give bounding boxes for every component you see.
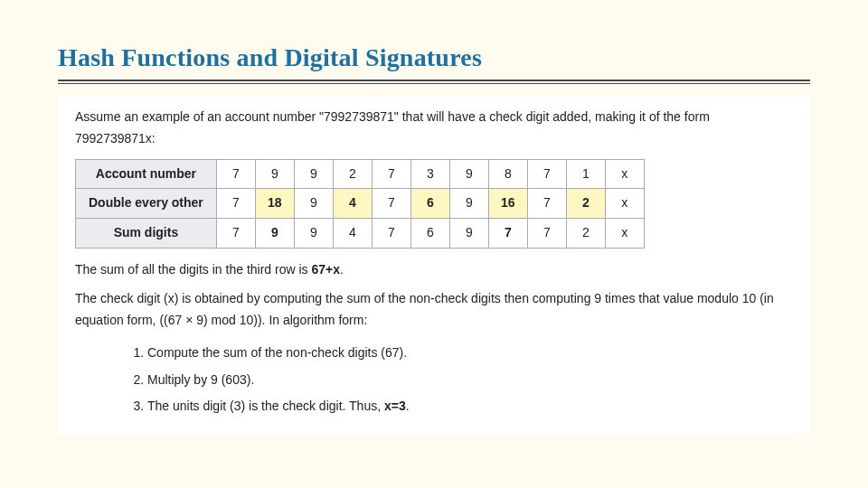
slide-title: Hash Functions and Digital Signatures xyxy=(58,43,810,78)
sum-value: 67+x xyxy=(311,262,340,277)
step-3-a: The units digit (3) is the check digit. … xyxy=(147,399,384,413)
intro-text: Assume an example of an account number "… xyxy=(75,107,793,150)
step-3-result: x=3 xyxy=(384,399,406,413)
table-row-sum: Sum digits 7 9 9 4 7 6 9 7 7 2 x xyxy=(76,219,645,249)
row-label: Sum digits xyxy=(76,219,217,249)
table-row-doubled: Double every other 7 18 9 4 7 6 9 16 7 2… xyxy=(76,189,645,219)
row-label: Double every other xyxy=(76,189,217,219)
sum-paragraph: The sum of all the digits in the third r… xyxy=(75,259,793,281)
step-3: The units digit (3) is the check digit. … xyxy=(147,393,793,419)
content-panel: Assume an example of an account number "… xyxy=(58,97,810,435)
algorithm-steps: Compute the sum of the non-check digits … xyxy=(75,340,793,419)
row-label: Account number xyxy=(76,159,217,189)
sum-text-a: The sum of all the digits in the third r… xyxy=(75,262,311,277)
check-digit-paragraph: The check digit (x) is obtained by compu… xyxy=(75,288,793,332)
title-divider-inner xyxy=(58,83,810,84)
step-3-c: . xyxy=(406,399,410,413)
title-divider-outer xyxy=(58,80,810,84)
step-2: Multiply by 9 (603). xyxy=(147,367,793,393)
step-1: Compute the sum of the non-check digits … xyxy=(147,340,793,366)
table-row-account: Account number 7 9 9 2 7 3 9 8 7 1 x xyxy=(76,159,645,189)
luhn-table: Account number 7 9 9 2 7 3 9 8 7 1 x Dou… xyxy=(75,159,645,249)
sum-text-c: . xyxy=(340,262,344,277)
